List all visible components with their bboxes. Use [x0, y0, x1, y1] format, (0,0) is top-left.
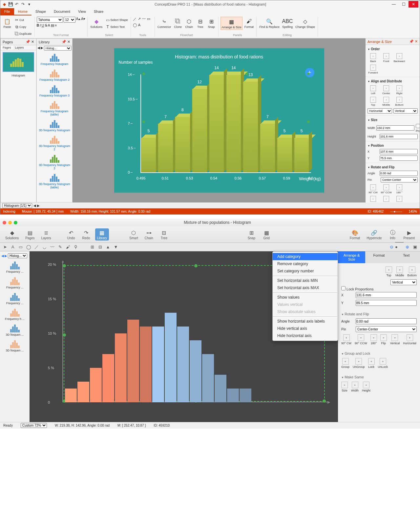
vertical-button[interactable]: ▫Vertical: [381, 196, 392, 202]
arrange-size-button[interactable]: ▦Arrange & Size: [220, 17, 242, 30]
group-button[interactable]: ▫Group: [341, 358, 349, 369]
histogram-bar[interactable]: [90, 368, 102, 402]
minimize-icon[interactable]: —: [389, 1, 399, 8]
180--button[interactable]: ▫180°: [370, 334, 377, 345]
library-item[interactable]: Frequency histogram (table): [37, 98, 72, 117]
y-input[interactable]: [380, 156, 418, 161]
maximize-icon[interactable]: ☐: [399, 1, 409, 8]
pin-select[interactable]: Center-Center: [356, 326, 417, 332]
line-tool-icon[interactable]: ／: [33, 244, 39, 250]
top-button[interactable]: ▫Top: [386, 266, 392, 277]
selection-handle[interactable]: [142, 73, 145, 75]
copy-button[interactable]: ⧉Copy: [13, 24, 32, 30]
histogram-bar[interactable]: 5: [294, 137, 309, 172]
center-button[interactable]: ▫Center: [381, 85, 392, 95]
front-tool-icon[interactable]: ▲: [105, 244, 111, 250]
redo-button[interactable]: ↷Redo: [80, 228, 93, 241]
clone-button[interactable]: ⿻Clone: [173, 17, 183, 29]
back-tool-icon[interactable]: ▼: [113, 244, 119, 250]
qat-more-icon[interactable]: ▾: [27, 2, 32, 7]
menu-show-values[interactable]: Show values: [273, 294, 338, 301]
layers-subtab[interactable]: Layers: [13, 45, 26, 50]
bottom-button[interactable]: ▫Bottom: [407, 266, 417, 277]
select-shape-button[interactable]: ▭Select Shape: [104, 17, 129, 23]
pin-icon[interactable]: 📌 ✕: [409, 39, 418, 44]
hypernote-button[interactable]: 🔗Hypernote: [365, 228, 384, 241]
histogram-bar[interactable]: [140, 327, 152, 402]
zoom-slider[interactable]: ——●——: [396, 244, 402, 250]
180--button[interactable]: ▫180 °: [394, 184, 405, 194]
width-button[interactable]: ▫Width: [351, 382, 359, 392]
height-button[interactable]: ▫Height: [362, 382, 370, 392]
histogram-bar[interactable]: [240, 389, 251, 402]
front-button[interactable]: ▫Front: [381, 53, 392, 63]
menu-remove-category[interactable]: Remove category: [273, 260, 338, 267]
smart-button[interactable]: ⬡Smart: [127, 228, 140, 241]
save-icon[interactable]: 💾: [8, 2, 13, 7]
menu-add-category[interactable]: Add category: [273, 253, 338, 260]
present-button[interactable]: ▶Present: [402, 228, 417, 241]
select-text-button[interactable]: TSelect Text: [104, 24, 129, 30]
library-item[interactable]: Frequency histogram: [37, 51, 72, 67]
pen-tool-icon[interactable]: ✎: [57, 244, 63, 250]
ellipse-tool-icon[interactable]: ◯: [133, 23, 137, 27]
menu-show-horizontal-axis-labels[interactable]: Show horizontal axis labels: [273, 318, 338, 325]
width-input[interactable]: [376, 125, 414, 131]
left-button[interactable]: ▫Left: [368, 85, 379, 95]
middle-button[interactable]: ▫Middle: [381, 97, 392, 106]
strike-icon[interactable]: S̶: [45, 23, 47, 28]
spelling-button[interactable]: ABCSpelling: [282, 17, 293, 29]
unlock-button[interactable]: ▫UnLock: [378, 358, 388, 369]
grid-button[interactable]: ▦Grid: [260, 228, 273, 241]
library-item[interactable]: Frequency histogram 2: [37, 67, 72, 83]
menu-set-horizontal-axis-max[interactable]: Set horizontal axis MAX: [273, 284, 338, 291]
zoom-icon[interactable]: [14, 221, 17, 224]
ellipse-tool-icon[interactable]: ◯: [26, 244, 32, 250]
pages-subtab[interactable]: Pages: [1, 45, 13, 50]
height-input[interactable]: [380, 134, 418, 139]
backward-button[interactable]: ▫Backward: [394, 53, 405, 63]
arrow-tool-icon[interactable]: ↗: [138, 17, 141, 21]
page-thumbnail[interactable]: [3, 52, 34, 72]
rect-tool-icon[interactable]: ▭: [18, 244, 24, 250]
lock-button[interactable]: ▫Lock: [368, 358, 375, 369]
brush-tool-icon[interactable]: 🖌: [65, 244, 71, 250]
font-size-select[interactable]: 12: [64, 17, 75, 23]
add-button[interactable]: +: [305, 68, 314, 77]
menu-hide-horizontal-axis[interactable]: Hide horizontal axis: [273, 332, 338, 339]
align-icon[interactable]: ≡: [55, 23, 57, 28]
histogram-bar[interactable]: 8: [175, 116, 190, 172]
tab-format[interactable]: Format: [365, 251, 392, 263]
lock-proportions-checkbox[interactable]: [416, 123, 420, 129]
decrease-font-icon[interactable]: A▾: [81, 17, 85, 23]
text-tool-icon[interactable]: A: [138, 23, 140, 27]
library-item[interactable]: 3D frequency histogram: [37, 117, 72, 133]
zoom-in-icon[interactable]: ⊕: [404, 244, 410, 250]
tab-home[interactable]: Home: [14, 8, 32, 15]
curve-tool-icon[interactable]: 〰: [142, 17, 146, 21]
paste-button[interactable]: 📋Paste: [2, 17, 12, 29]
histogram-bar[interactable]: [177, 327, 189, 402]
page-select[interactable]: Histogram (1/1): [2, 203, 32, 208]
nav-fwd-icon[interactable]: ▶: [41, 46, 43, 51]
histogram-bar[interactable]: [227, 389, 239, 402]
histogram-bar[interactable]: [127, 320, 139, 402]
font-name-select[interactable]: Tahoma: [37, 17, 63, 23]
histogram-bar[interactable]: [102, 354, 114, 402]
cut-button[interactable]: ✂Cut: [13, 17, 32, 23]
nav-back-icon[interactable]: ◀: [1, 254, 4, 258]
library-item[interactable]: Frequency histogram 3: [37, 83, 72, 98]
pages-button[interactable]: ▤Pages: [23, 228, 36, 241]
undo-icon[interactable]: ↶: [14, 2, 19, 7]
lock-proportions-checkbox[interactable]: [341, 286, 346, 290]
horizontal-button[interactable]: ▫Horizontal: [403, 334, 416, 345]
histogram-bar[interactable]: [165, 313, 177, 402]
tab-file[interactable]: File: [0, 8, 14, 15]
x-input[interactable]: [356, 292, 417, 298]
library-button[interactable]: ▦Library: [95, 228, 109, 241]
histogram-bar[interactable]: 7: [158, 123, 173, 172]
find-replace-button[interactable]: 🔍Find & Replace: [259, 17, 280, 29]
nav-back-icon[interactable]: ◀: [37, 46, 40, 51]
library-item[interactable]: 3D frequency histogram (table): [37, 171, 72, 190]
histogram-bar[interactable]: 7: [260, 123, 275, 172]
